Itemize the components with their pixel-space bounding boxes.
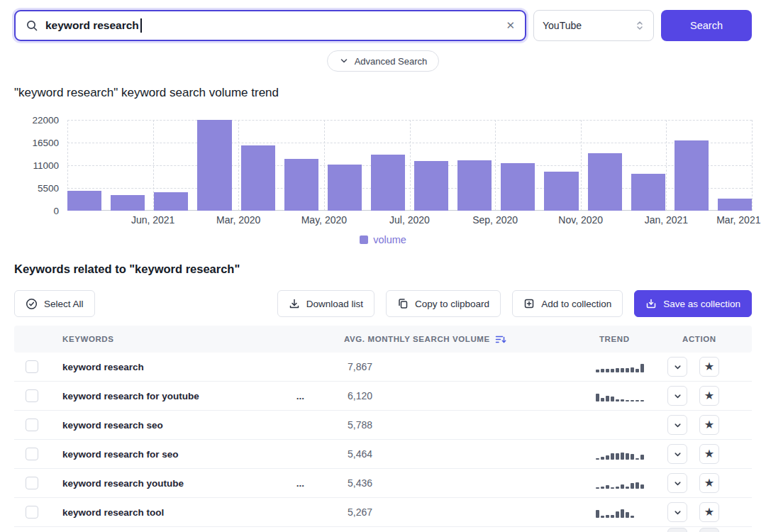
spark-bar — [601, 457, 604, 460]
spark-bar — [635, 482, 639, 489]
spark-bar — [616, 399, 619, 401]
chart-bar — [284, 159, 318, 211]
table-row: keyword research seo5,788★ — [14, 411, 752, 440]
chart-bar — [241, 145, 275, 211]
favorite-star-button[interactable]: ★ — [699, 444, 719, 464]
keyword-text: keyword research for youtube — [62, 391, 199, 401]
favorite-star-button[interactable]: ★ — [699, 415, 719, 435]
favorite-star-button[interactable]: ★ — [699, 357, 719, 377]
spark-bar — [611, 369, 614, 372]
row-checkbox[interactable] — [26, 448, 38, 460]
favorite-star-button[interactable]: ★ — [699, 502, 719, 522]
favorite-star-button[interactable] — [699, 528, 719, 532]
save-as-collection-button[interactable]: Save as collection — [634, 290, 752, 317]
keyword-text: keyword research — [62, 362, 144, 372]
chart-y-axis: 05500110001650022000 — [14, 120, 67, 211]
x-axis-label: Jul, 2020 — [389, 214, 430, 226]
spark-bar — [606, 455, 609, 460]
chart-plot — [67, 120, 752, 211]
chevron-down-icon — [673, 362, 682, 372]
row-checkbox[interactable] — [26, 419, 38, 431]
add-to-collection-button[interactable]: Add to collection — [512, 290, 623, 317]
y-axis-label: 22000 — [32, 115, 59, 126]
chevron-down-icon — [673, 508, 682, 517]
expand-row-button[interactable] — [667, 415, 687, 435]
advanced-search-label: Advanced Search — [355, 56, 428, 67]
expand-row-button[interactable] — [667, 473, 687, 493]
header-trend: TREND — [596, 335, 663, 343]
select-updown-icon — [635, 20, 645, 31]
search-input[interactable]: keyword research ✕ — [14, 10, 526, 41]
keyword-text: keyword research for seo — [62, 449, 179, 460]
clear-search-icon[interactable]: ✕ — [506, 19, 515, 32]
save-collection-icon — [645, 298, 657, 309]
spark-bar — [616, 511, 619, 518]
checkbox-cell — [14, 419, 62, 431]
row-checkbox[interactable] — [26, 360, 38, 373]
trend-cell — [596, 361, 663, 372]
favorite-star-button[interactable]: ★ — [699, 386, 719, 406]
search-icon — [26, 19, 38, 32]
trend-sparkline — [596, 506, 663, 518]
table-row: keyword research7,867★ — [14, 353, 752, 382]
action-cell: ★ — [663, 473, 752, 493]
spark-bar — [616, 453, 619, 460]
y-axis-label: 11000 — [33, 160, 59, 171]
spark-bar — [631, 454, 634, 460]
x-axis-label: May, 2020 — [301, 214, 347, 226]
table-row: keyword research for youtube...6,120★ — [14, 382, 752, 411]
expand-row-button[interactable] — [667, 444, 687, 464]
add-to-collection-label: Add to collection — [541, 299, 611, 309]
action-cell: ★ — [663, 444, 752, 464]
expand-row-button[interactable] — [667, 502, 687, 522]
trend-sparkline — [596, 390, 663, 401]
star-icon: ★ — [704, 390, 714, 401]
platform-select[interactable]: YouTube — [533, 10, 654, 41]
spark-bar — [640, 400, 644, 401]
x-axis-label: Mar, 2020 — [216, 214, 260, 226]
spark-bar — [621, 453, 624, 460]
favorite-star-button[interactable]: ★ — [699, 473, 719, 493]
chart-bars — [67, 120, 752, 211]
sort-icon[interactable] — [495, 335, 506, 344]
legend-label: volume — [373, 234, 406, 245]
search-bar: keyword research ✕ YouTube Search — [0, 0, 766, 41]
chart-bar — [414, 161, 448, 211]
star-icon: ★ — [704, 506, 714, 518]
row-checkbox[interactable] — [26, 389, 38, 402]
text-caret — [140, 18, 142, 33]
table-row: keyword research tool5,267★ — [14, 498, 752, 527]
table-body: keyword research7,867★keyword research f… — [14, 353, 752, 527]
spark-bar — [621, 484, 624, 489]
spark-bar — [596, 510, 599, 518]
expand-row-button[interactable] — [667, 528, 687, 532]
row-checkbox[interactable] — [26, 477, 38, 489]
table-header: KEYWORDS AVG. MONTHLY SEARCH VOLUME TREN… — [14, 326, 752, 353]
copy-to-clipboard-button[interactable]: Copy to clipboard — [386, 290, 501, 317]
checkbox-cell — [14, 477, 62, 489]
spark-bar — [631, 516, 634, 518]
chevron-down-icon — [339, 56, 349, 66]
select-all-button[interactable]: Select All — [14, 290, 95, 317]
expand-row-button[interactable] — [667, 386, 687, 406]
spark-bar — [631, 367, 634, 372]
spark-bar — [611, 397, 614, 401]
checkbox-cell — [14, 448, 62, 460]
star-icon: ★ — [704, 448, 714, 460]
chart-bar — [718, 199, 752, 211]
trend-sparkline — [596, 477, 663, 489]
checkbox-cell — [14, 360, 62, 373]
spark-bar — [596, 487, 599, 489]
platform-select-value: YouTube — [543, 20, 582, 31]
chart-plot-column: Jun, 2021Mar, 2020May, 2020Jul, 2020Sep,… — [67, 120, 752, 228]
header-volume[interactable]: AVG. MONTHLY SEARCH VOLUME — [344, 335, 596, 344]
row-checkbox[interactable] — [26, 506, 38, 519]
advanced-search-button[interactable]: Advanced Search — [327, 50, 440, 72]
search-button[interactable]: Search — [661, 10, 752, 41]
volume-trend-chart: 05500110001650022000 Jun, 2021Mar, 2020M… — [14, 120, 752, 228]
download-list-button[interactable]: Download list — [277, 290, 374, 317]
y-axis-label: 0 — [53, 206, 59, 216]
expand-row-button[interactable] — [667, 357, 687, 377]
keyword-tool-page: keyword research ✕ YouTube Search Advanc… — [0, 0, 766, 532]
spark-bar — [616, 368, 619, 372]
